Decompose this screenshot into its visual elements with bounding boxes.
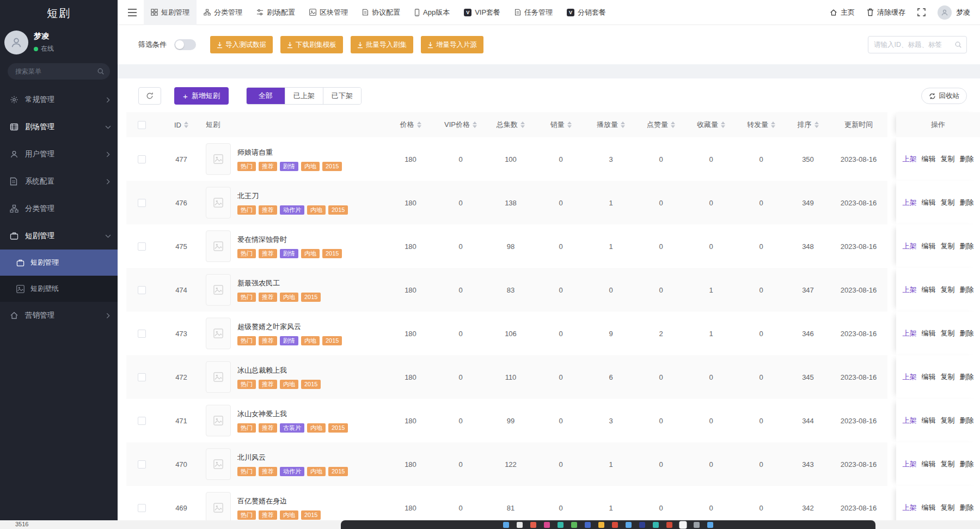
delete-link[interactable]: 删除 xyxy=(960,154,974,164)
add-drama-button[interactable]: + 新增短剧 xyxy=(174,87,229,105)
scrollbar-gap[interactable] xyxy=(887,312,896,355)
delete-link[interactable]: 删除 xyxy=(960,503,974,513)
sidebar-item-system[interactable]: 系统配置 xyxy=(0,168,118,195)
publish-link[interactable]: 上架 xyxy=(903,459,917,469)
tab-all[interactable]: 全部 xyxy=(247,88,285,104)
taskbar-app-icon[interactable] xyxy=(530,522,536,528)
taskbar-app-icon[interactable] xyxy=(680,522,686,528)
taskbar-app-icon[interactable] xyxy=(666,522,672,528)
copy-link[interactable]: 复制 xyxy=(941,241,955,251)
taskbar-app-icon[interactable] xyxy=(612,522,618,528)
row-checkbox[interactable] xyxy=(126,199,157,207)
import-test-data-button[interactable]: 导入测试数据 xyxy=(210,36,273,53)
row-checkbox[interactable] xyxy=(126,504,157,512)
copy-link[interactable]: 复制 xyxy=(941,329,955,338)
select-all-checkbox[interactable] xyxy=(126,121,157,129)
edit-link[interactable]: 编辑 xyxy=(922,372,936,382)
publish-link[interactable]: 上架 xyxy=(903,416,917,425)
copy-link[interactable]: 复制 xyxy=(941,372,955,382)
taskbar-app-icon[interactable] xyxy=(707,522,713,528)
row-checkbox[interactable] xyxy=(126,417,157,425)
sort-icon[interactable] xyxy=(473,121,477,128)
publish-link[interactable]: 上架 xyxy=(903,285,917,295)
clear-cache-link[interactable]: 清除缓存 xyxy=(867,8,905,17)
recycle-bin-button[interactable]: 回收站 xyxy=(921,88,967,104)
taskbar-app-icon[interactable] xyxy=(585,522,591,528)
taskbar-app-icon[interactable] xyxy=(639,522,645,528)
scrollbar-gap[interactable] xyxy=(887,181,896,224)
filter-toggle[interactable] xyxy=(174,39,196,50)
tab-protocol-config[interactable]: 协议配置 xyxy=(355,0,407,25)
tab-distribution-package[interactable]: V 分销套餐 xyxy=(560,0,613,25)
scrollbar-gap[interactable] xyxy=(887,224,896,268)
batch-import-button[interactable]: 批量导入剧集 xyxy=(351,36,413,53)
delete-link[interactable]: 删除 xyxy=(960,285,974,295)
edit-link[interactable]: 编辑 xyxy=(922,154,936,164)
sort-icon[interactable] xyxy=(814,121,819,128)
tab-unpublished[interactable]: 已下架 xyxy=(323,88,361,104)
copy-link[interactable]: 复制 xyxy=(941,285,955,295)
delete-link[interactable]: 删除 xyxy=(960,241,974,251)
taskbar-app-icon[interactable] xyxy=(503,522,509,528)
row-checkbox[interactable] xyxy=(126,460,157,469)
scrollbar-gap[interactable] xyxy=(887,137,896,181)
tab-category-manage[interactable]: 分类管理 xyxy=(197,0,249,25)
taskbar-app-icon[interactable] xyxy=(544,522,550,528)
tab-drama-manage[interactable]: 短剧管理 xyxy=(144,0,197,25)
edit-link[interactable]: 编辑 xyxy=(922,503,936,513)
sort-icon[interactable] xyxy=(567,121,572,128)
sort-icon[interactable] xyxy=(621,121,625,128)
sort-icon[interactable] xyxy=(671,121,675,128)
taskbar-app-icon[interactable] xyxy=(517,522,523,528)
edit-link[interactable]: 编辑 xyxy=(922,329,936,338)
sidebar-item-theater[interactable]: 剧场管理 xyxy=(0,113,118,141)
scrollbar-gap[interactable] xyxy=(887,355,896,399)
scrollbar-gap[interactable] xyxy=(887,112,896,137)
taskbar-app-icon[interactable] xyxy=(571,522,577,528)
sort-icon[interactable] xyxy=(721,121,725,128)
copy-link[interactable]: 复制 xyxy=(941,198,955,208)
tab-app-version[interactable]: App版本 xyxy=(407,0,457,25)
row-checkbox[interactable] xyxy=(126,373,157,381)
copy-link[interactable]: 复制 xyxy=(941,459,955,469)
taskbar-app-icon[interactable] xyxy=(626,522,632,528)
user-menu[interactable]: 梦凌 xyxy=(938,5,970,20)
sort-icon[interactable] xyxy=(520,121,525,128)
delete-link[interactable]: 删除 xyxy=(960,459,974,469)
tab-published[interactable]: 已上架 xyxy=(285,88,323,104)
tab-theater-config[interactable]: 剧场配置 xyxy=(249,0,302,25)
publish-link[interactable]: 上架 xyxy=(903,198,917,208)
scrollbar-gap[interactable] xyxy=(887,399,896,442)
copy-link[interactable]: 复制 xyxy=(941,154,955,164)
publish-link[interactable]: 上架 xyxy=(903,329,917,338)
sort-icon[interactable] xyxy=(771,121,775,128)
sidebar-item-marketing[interactable]: 营销管理 xyxy=(0,302,118,329)
hamburger-menu-icon[interactable] xyxy=(127,9,137,16)
edit-link[interactable]: 编辑 xyxy=(922,198,936,208)
incremental-import-button[interactable]: 增量导入片源 xyxy=(421,36,483,53)
sidebar-subitem-drama-manage[interactable]: 短剧管理 xyxy=(0,250,118,276)
menu-search-input[interactable] xyxy=(8,63,110,80)
fullscreen-button[interactable] xyxy=(917,8,926,16)
sidebar-item-drama[interactable]: 短剧管理 xyxy=(0,222,118,250)
refresh-button[interactable] xyxy=(138,87,161,105)
edit-link[interactable]: 编辑 xyxy=(922,241,936,251)
scrollbar-gap[interactable] xyxy=(887,442,896,486)
copy-link[interactable]: 复制 xyxy=(941,416,955,425)
row-checkbox[interactable] xyxy=(126,155,157,163)
sidebar-item-category[interactable]: 分类管理 xyxy=(0,195,118,222)
table-search-input[interactable] xyxy=(868,36,967,53)
tab-task-manage[interactable]: 任务管理 xyxy=(507,0,560,25)
edit-link[interactable]: 编辑 xyxy=(922,459,936,469)
taskbar-app-icon[interactable] xyxy=(694,522,700,528)
row-checkbox[interactable] xyxy=(126,330,157,338)
scrollbar-gap[interactable] xyxy=(887,268,896,312)
sidebar-subitem-drama-wallpaper[interactable]: 短剧壁纸 xyxy=(0,276,118,302)
sidebar-item-general[interactable]: 常规管理 xyxy=(0,86,118,113)
scrollbar-gap[interactable] xyxy=(887,486,896,520)
download-template-button[interactable]: 下载剧集模板 xyxy=(280,36,343,53)
copy-link[interactable]: 复制 xyxy=(941,503,955,513)
row-checkbox[interactable] xyxy=(126,286,157,294)
row-checkbox[interactable] xyxy=(126,242,157,251)
publish-link[interactable]: 上架 xyxy=(903,372,917,382)
